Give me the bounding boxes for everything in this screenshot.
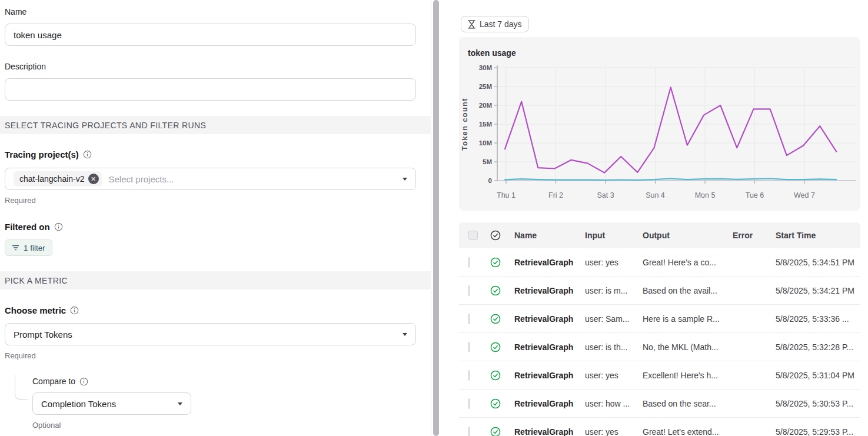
run-input: user: is m... [579,286,637,295]
metric-select[interactable]: Prompt Tokens [5,323,416,345]
filtered-on-label: Filtered on [5,222,63,232]
svg-text:0: 0 [488,177,492,184]
run-output: Excellent! Here's h... [637,371,727,380]
svg-text:30M: 30M [479,64,492,71]
run-start-time: 5/8/2025, 5:32:28 P... [770,342,860,352]
run-output: Here is a sample R... [637,314,727,324]
row-checkbox[interactable] [468,285,470,296]
chart-preview-card: token usage 05M10M15M20M25M30MThu 1Fri 2… [459,37,860,211]
column-header-start-time: Start Time [770,231,860,240]
run-start-time: 5/8/2025, 5:34:21 PM [770,286,860,295]
name-input[interactable] [14,30,407,40]
svg-text:Sun 4: Sun 4 [646,191,665,199]
projects-placeholder: Select projects... [109,174,174,184]
tracing-projects-label: Tracing project(s) [5,149,92,159]
chevron-down-icon[interactable] [403,178,407,181]
table-row[interactable]: RetrievalGraphuser: yesExcellent! Here's… [459,361,860,390]
run-output: Based on the avail... [637,286,727,295]
preview-panel: Last 7 days token usage 05M10M15M20M25M3… [440,0,868,436]
column-header-input: Input [579,231,637,240]
chevron-down-icon [178,402,182,405]
left-panel-scrollbar-track [431,0,440,436]
status-column-icon [490,229,501,241]
info-icon[interactable] [79,377,88,386]
status-success-icon [490,341,501,353]
svg-text:Fri 2: Fri 2 [548,191,563,199]
section-pick-metric: PICK A METRIC [0,271,431,289]
svg-text:Mon 5: Mon 5 [695,191,716,199]
run-start-time: 5/8/2025, 5:34:51 PM [770,258,860,267]
column-header-name: Name [508,231,579,240]
run-start-time: 5/8/2025, 5:30:53 P... [770,399,860,408]
status-success-icon [490,285,501,297]
nesting-connector [15,375,28,400]
table-row[interactable]: RetrievalGraphuser: is m...Based on the … [459,277,860,305]
run-input: user: yes [579,258,637,267]
column-header-error: Error [727,231,770,240]
svg-text:15M: 15M [479,121,492,128]
compare-optional-hint: Optional [32,421,61,430]
run-input: user: Sam... [579,314,637,324]
filter-count-button[interactable]: 1 filter [5,239,52,256]
run-name: RetrievalGraph [508,342,579,352]
metric-required-hint: Required [5,351,36,360]
info-icon[interactable] [83,150,92,159]
runs-table: NameInputOutputErrorStart Time Retrieval… [459,222,860,436]
run-input: user: yes [579,371,637,380]
time-range-button[interactable]: Last 7 days [461,16,529,32]
svg-text:Wed 7: Wed 7 [794,191,815,199]
row-checkbox[interactable] [468,370,470,381]
name-label: Name [5,7,26,16]
run-name: RetrievalGraph [508,371,579,380]
table-header-row: NameInputOutputErrorStart Time [459,222,860,248]
run-start-time: 5/8/2025, 5:33:36 ... [770,314,860,324]
info-icon[interactable] [70,306,79,315]
run-output: No, the MKL (Math... [637,342,727,352]
run-name: RetrievalGraph [508,399,579,408]
left-panel-scrollbar[interactable] [433,0,439,436]
row-checkbox[interactable] [468,427,470,436]
description-label: Description [5,62,46,71]
remove-project-icon[interactable]: ✕ [88,174,99,184]
status-success-icon [490,313,501,325]
choose-metric-label: Choose metric [5,305,79,315]
run-name: RetrievalGraph [508,314,579,324]
column-header-output: Output [637,231,727,240]
info-icon[interactable] [54,222,63,231]
table-row[interactable]: RetrievalGraphuser: how ...Based on the … [459,390,860,418]
filter-lines-icon [12,244,19,251]
row-checkbox[interactable] [468,314,470,324]
compare-to-label: Compare to [32,377,88,386]
tracing-required-hint: Required [5,196,36,205]
table-row[interactable]: RetrievalGraphuser: yesGreat! Here's a c… [459,248,860,277]
run-input: user: is th... [579,342,637,352]
table-row[interactable]: RetrievalGraphuser: Sam...Here is a samp… [459,305,860,333]
description-input[interactable] [14,85,407,95]
select-all-checkbox[interactable] [468,231,478,240]
svg-text:5M: 5M [483,158,492,165]
chevron-down-icon [403,333,407,336]
name-field-box [5,24,416,46]
status-success-icon [490,426,501,436]
run-start-time: 5/8/2025, 5:29:53 P... [770,427,860,436]
status-success-icon [490,257,501,268]
svg-text:20M: 20M [479,102,492,109]
row-checkbox[interactable] [468,398,470,409]
svg-text:Token count: Token count [461,98,469,151]
compare-select[interactable]: Completion Tokens [32,392,191,415]
hourglass-icon [468,20,475,29]
row-checkbox[interactable] [468,257,470,268]
run-input: user: yes [579,427,637,436]
token-usage-line-chart: 05M10M15M20M25M30MThu 1Fri 2Sat 3Sun 4Mo… [459,37,860,211]
section-select-projects: SELECT TRACING PROJECTS AND FILTER RUNS [0,116,431,134]
row-checkbox[interactable] [468,342,470,352]
run-start-time: 5/8/2025, 5:31:04 PM [770,371,860,380]
run-name: RetrievalGraph [508,286,579,295]
project-chip: chat-langchain-v2 ✕ [14,171,102,187]
project-multiselect[interactable]: chat-langchain-v2 ✕ Select projects... [5,168,416,190]
table-row[interactable]: RetrievalGraphuser: is th...No, the MKL … [459,333,860,361]
run-input: user: how ... [579,399,637,408]
run-output: Great! Here's a co... [637,258,727,267]
run-name: RetrievalGraph [508,258,579,267]
table-row[interactable]: RetrievalGraphuser: yesGreat! Let's exte… [459,418,860,436]
